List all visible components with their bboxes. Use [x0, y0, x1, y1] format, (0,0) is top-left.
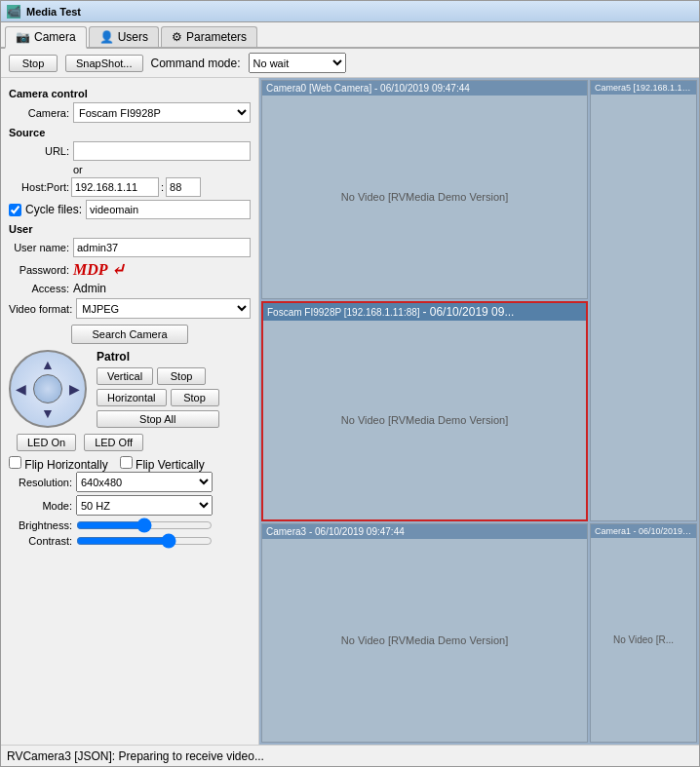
colon: :: [161, 181, 164, 193]
camera-cell-1[interactable]: Camera1 - 06/10/2019 09...No Video [R...: [590, 523, 697, 743]
cycle-label: Cycle files:: [25, 203, 82, 216]
snapshot-button[interactable]: SnapShot...: [65, 55, 143, 72]
camera-1-header: Camera1 - 06/10/2019 09...: [591, 524, 696, 538]
cycle-checkbox[interactable]: [9, 204, 21, 216]
video-format-select[interactable]: MJPEG H.264: [76, 298, 251, 319]
password-label: Password:: [9, 264, 69, 276]
params-tab-icon: ⚙: [172, 30, 182, 44]
contrast-row: Contrast:: [9, 534, 251, 548]
search-btn-row: Search Camera: [9, 325, 251, 344]
patrol-joystick[interactable]: ▲ ▼ ◀ ▶: [9, 350, 87, 428]
video-format-label: Video format:: [9, 303, 72, 315]
foscam-body: No Video [RVMedia Demo Version]: [263, 321, 586, 518]
camera-cell-3[interactable]: Camera3 - 06/10/2019 09:47:44No Video [R…: [261, 523, 588, 743]
patrol-vertical-row: Vertical Stop: [97, 367, 219, 385]
main-window: 📹 Media Test 📷 Camera 👤 Users ⚙ Paramete…: [0, 0, 700, 767]
tab-camera[interactable]: 📷 Camera: [5, 26, 87, 49]
joystick-right-arrow: ▶: [69, 381, 80, 397]
patrol-stop-all-button[interactable]: Stop All: [97, 410, 219, 428]
flip-row: Flip Horizontally Flip Vertically: [9, 456, 251, 472]
title-bar: 📹 Media Test: [1, 1, 699, 22]
patrol-stop-v-button[interactable]: Stop: [157, 367, 206, 385]
camera-3-body: No Video [RVMedia Demo Version]: [262, 539, 587, 742]
flip-h-text: Flip Horizontally: [24, 458, 107, 472]
url-label: URL:: [9, 145, 69, 157]
led-off-button[interactable]: LED Off: [84, 434, 143, 451]
led-on-button[interactable]: LED On: [17, 434, 76, 451]
contrast-slider[interactable]: [76, 534, 213, 548]
url-input[interactable]: [73, 141, 251, 161]
or-text: or: [73, 164, 251, 175]
camera-1-body: No Video [R...: [591, 538, 696, 742]
username-label: User name:: [9, 242, 69, 253]
camera-cell-5[interactable]: Camera5 [192.168.1.11.8...: [590, 80, 697, 521]
joystick-center: [33, 374, 62, 403]
patrol-section: ▲ ▼ ◀ ▶ Patrol Vertical Stop Horizon: [9, 350, 251, 428]
led-row: LED On LED Off: [17, 434, 251, 451]
resolution-label: Resolution:: [9, 477, 72, 488]
status-bar: RVCamera3 [JSON]: Preparing to receive v…: [1, 745, 699, 766]
camera-select[interactable]: Foscam FI9928P: [73, 102, 251, 123]
search-camera-button[interactable]: Search Camera: [71, 325, 187, 344]
port-input[interactable]: [166, 177, 201, 197]
joystick-down-arrow: ▼: [41, 405, 55, 421]
flip-v-label[interactable]: Flip Vertically: [120, 456, 205, 472]
brightness-slider[interactable]: [76, 518, 213, 532]
camera-tab-label: Camera: [34, 30, 76, 44]
flip-v-checkbox[interactable]: [120, 456, 133, 469]
camera-3-header: Camera3 - 06/10/2019 09:47:44: [262, 524, 587, 539]
camera-grid: Camera0 [Web Camera] - 06/10/2019 09:47:…: [259, 78, 699, 745]
contrast-label: Contrast:: [9, 535, 72, 547]
patrol-title: Patrol: [97, 350, 219, 364]
cycle-input[interactable]: [86, 200, 251, 219]
patrol-horizontal-row: Horizontal Stop: [97, 389, 219, 406]
flip-v-text: Flip Vertically: [136, 458, 205, 472]
app-icon: 📹: [7, 5, 20, 19]
users-tab-label: Users: [118, 30, 148, 44]
status-text: RVCamera3 [JSON]: Preparing to receive v…: [7, 749, 264, 763]
camera-cell-foscam[interactable]: Foscam FI9928P [192.168.1.11:88] - 06/10…: [261, 301, 588, 520]
tab-parameters[interactable]: ⚙ Parameters: [161, 26, 257, 47]
patrol-stop-all-row: Stop All: [97, 410, 219, 428]
flip-h-checkbox[interactable]: [9, 456, 21, 469]
tab-users[interactable]: 👤 Users: [89, 26, 159, 47]
camera-row: Camera: Foscam FI9928P: [9, 102, 251, 123]
users-tab-icon: 👤: [99, 30, 114, 44]
resolution-select[interactable]: 640x480 320x240 1280x720 1920x1080: [76, 472, 213, 492]
tab-bar: 📷 Camera 👤 Users ⚙ Parameters: [1, 22, 699, 49]
command-mode-select[interactable]: No wait Wait for response Async: [249, 53, 346, 73]
patrol-stop-h-button[interactable]: Stop: [171, 389, 219, 406]
patrol-horizontal-button[interactable]: Horizontal: [97, 389, 167, 406]
cycle-row: Cycle files:: [9, 200, 251, 219]
camera-0-body: No Video [RVMedia Demo Version]: [262, 96, 587, 298]
access-value: Admin: [73, 282, 106, 295]
stop-button[interactable]: Stop: [9, 55, 58, 72]
params-tab-label: Parameters: [186, 30, 247, 44]
window-title: Media Test: [26, 6, 81, 18]
camera-cell-0[interactable]: Camera0 [Web Camera] - 06/10/2019 09:47:…: [261, 80, 588, 299]
host-input[interactable]: [71, 177, 159, 197]
toolbar: Stop SnapShot... Command mode: No wait W…: [1, 49, 699, 78]
flip-h-label[interactable]: Flip Horizontally: [9, 456, 108, 472]
brightness-row: Brightness:: [9, 518, 251, 532]
camera-5-header: Camera5 [192.168.1.11.8...: [591, 81, 696, 95]
mode-label: Mode:: [9, 500, 72, 512]
access-row: Access: Admin: [9, 282, 251, 295]
patrol-vertical-button[interactable]: Vertical: [97, 367, 153, 385]
main-content: Camera control Camera: Foscam FI9928P So…: [1, 78, 699, 745]
mode-select[interactable]: 50 HZ 60 HZ: [76, 495, 213, 516]
username-row: User name:: [9, 238, 251, 257]
access-label: Access:: [9, 283, 69, 294]
source-title: Source: [9, 127, 251, 138]
username-input[interactable]: [73, 238, 251, 257]
user-title: User: [9, 223, 251, 235]
mode-row: Mode: 50 HZ 60 HZ: [9, 495, 251, 516]
resolution-row: Resolution: 640x480 320x240 1280x720 192…: [9, 472, 251, 492]
video-format-row: Video format: MJPEG H.264: [9, 298, 251, 319]
command-mode-label: Command mode:: [151, 57, 241, 70]
host-label: Host:Port:: [9, 181, 69, 193]
left-panel: Camera control Camera: Foscam FI9928P So…: [1, 78, 259, 745]
camera-tab-icon: 📷: [16, 30, 30, 44]
camera-0-header: Camera0 [Web Camera] - 06/10/2019 09:47:…: [262, 81, 587, 96]
brightness-label: Brightness:: [9, 519, 72, 531]
